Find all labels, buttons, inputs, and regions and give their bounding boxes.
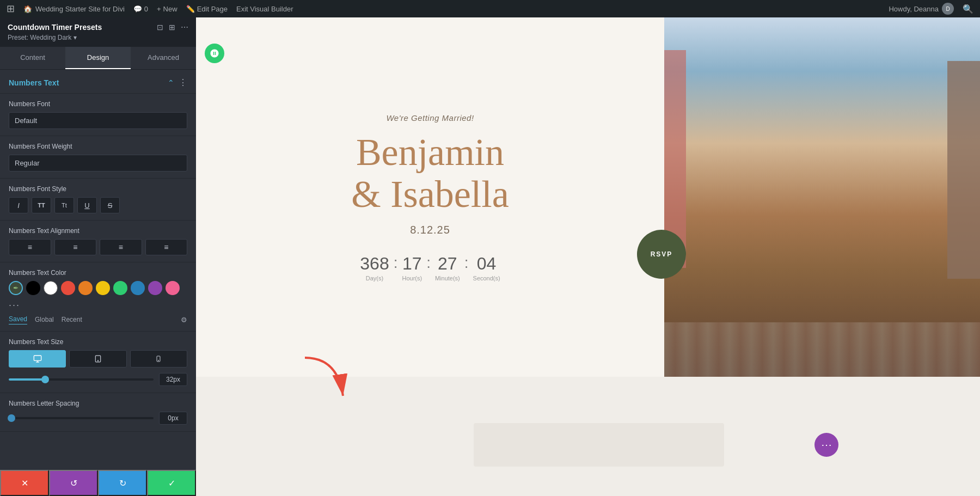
divi-module-icon[interactable] xyxy=(205,44,224,63)
sidebar-header: Countdown Timer Presets ⊡ ⊞ ⋯ Preset: We… xyxy=(0,17,196,47)
italic-button[interactable]: I xyxy=(9,197,28,213)
color-tab-saved[interactable]: Saved xyxy=(9,315,27,324)
align-right-button[interactable]: ≡ xyxy=(100,239,142,255)
color-swatch-blue[interactable] xyxy=(131,281,145,295)
bottom-action-bar: ✕ ↺ ↻ ✓ xyxy=(0,470,196,496)
days-value: 368 xyxy=(360,254,389,274)
hero-section: We're Getting Married! Benjamin & Isabel… xyxy=(196,17,980,377)
new-link[interactable]: + New xyxy=(157,5,177,13)
search-icon[interactable]: 🔍 xyxy=(963,4,973,14)
days-label: Day(s) xyxy=(360,275,389,281)
fab-button[interactable]: ⋯ xyxy=(814,433,838,457)
color-more-dots[interactable]: ··· xyxy=(9,299,20,311)
tab-advanced[interactable]: Advanced xyxy=(131,47,196,69)
settings-icon[interactable]: ⊡ xyxy=(157,23,163,32)
photo-background xyxy=(664,17,980,377)
seconds-label: Second(s) xyxy=(473,275,500,281)
align-left-button[interactable]: ≡ xyxy=(9,239,51,255)
desktop-button[interactable] xyxy=(9,350,66,368)
color-swatch-black[interactable] xyxy=(26,281,40,295)
countdown-days: 368 Day(s) xyxy=(360,254,389,281)
preset-selector[interactable]: Preset: Wedding Dark ▾ xyxy=(8,34,188,41)
color-more-row: ··· xyxy=(9,299,187,311)
spacing-slider-row xyxy=(9,412,187,425)
lower-content-box xyxy=(474,423,724,467)
strikethrough-button[interactable]: S xyxy=(100,197,120,213)
size-value-input[interactable] xyxy=(159,373,187,386)
minutes-label: Minute(s) xyxy=(435,275,460,281)
lower-section: ⋯ xyxy=(196,377,980,496)
comments-link[interactable]: 💬 0 xyxy=(133,5,148,13)
numbers-text-alignment-field: Numbers Text Alignment ≡ ≡ ≡ ≡ xyxy=(0,221,196,262)
sidebar-title: Countdown Timer Presets xyxy=(8,23,102,32)
color-swatches-row: ✒ xyxy=(9,281,187,295)
tablet-button[interactable] xyxy=(69,350,126,368)
section-options-icon[interactable]: ⋮ xyxy=(179,77,187,88)
hero-content: We're Getting Married! Benjamin & Isabel… xyxy=(351,113,509,281)
undo-button[interactable]: ↺ xyxy=(49,470,98,496)
spacing-slider-track[interactable] xyxy=(9,417,154,419)
sep-2: : xyxy=(426,254,431,272)
user-menu[interactable]: Howdy, Deanna D xyxy=(889,3,954,15)
eyedropper-swatch[interactable]: ✒ xyxy=(9,281,23,295)
tab-content[interactable]: Content xyxy=(0,47,65,69)
spacing-label: Numbers Letter Spacing xyxy=(9,400,187,407)
tab-design[interactable]: Design xyxy=(65,47,131,69)
countdown-timer: 368 Day(s) : 17 Hour(s) : 27 Minute(s) xyxy=(351,254,509,281)
redo-button[interactable]: ↻ xyxy=(98,470,147,496)
align-justify-button[interactable]: ≡ xyxy=(145,239,188,255)
font-select[interactable]: Default xyxy=(9,112,187,129)
numbers-font-style-field: Numbers Font Style I TT Tt U S xyxy=(0,179,196,221)
comment-icon: 💬 xyxy=(133,5,142,13)
layout-icon[interactable]: ⊞ xyxy=(169,23,175,32)
minutes-value: 27 xyxy=(435,254,460,274)
svg-point-2 xyxy=(97,360,98,361)
color-swatch-red[interactable] xyxy=(61,281,75,295)
hero-date: 8.12.25 xyxy=(351,224,509,236)
sep-3: : xyxy=(464,254,469,272)
collapse-icon[interactable]: ⌃ xyxy=(168,78,174,87)
font-style-label: Numbers Font Style xyxy=(9,185,187,193)
align-center-button[interactable]: ≡ xyxy=(54,239,97,255)
color-swatch-yellow[interactable] xyxy=(96,281,110,295)
underline-button[interactable]: U xyxy=(77,197,97,213)
hero-photo xyxy=(664,17,980,377)
canvas-area: We're Getting Married! Benjamin & Isabel… xyxy=(196,17,980,496)
color-swatch-orange[interactable] xyxy=(78,281,93,295)
hours-value: 17 xyxy=(402,254,422,274)
capitalize-button[interactable]: Tt xyxy=(54,197,74,213)
numbers-text-section-header: Numbers Text ⌃ ⋮ xyxy=(0,70,196,94)
plus-icon: + xyxy=(157,5,161,13)
sidebar-header-icons: ⊡ ⊞ ⋯ xyxy=(157,23,188,32)
uppercase-button[interactable]: TT xyxy=(32,197,51,213)
size-label: Numbers Text Size xyxy=(9,338,187,346)
font-weight-select[interactable]: Regular xyxy=(9,155,187,172)
color-swatch-pink[interactable] xyxy=(166,281,180,295)
site-link[interactable]: 🏠 Wedding Starter Site for Divi xyxy=(23,5,125,13)
more-icon[interactable]: ⋯ xyxy=(181,23,188,32)
exit-visual-builder-link[interactable]: Exit Visual Builder xyxy=(236,5,293,13)
chevron-down-icon: ▾ xyxy=(74,34,77,41)
plus-fab-icon: ⋯ xyxy=(821,438,832,451)
countdown-seconds: 04 Second(s) xyxy=(473,254,500,281)
color-swatch-green[interactable] xyxy=(113,281,127,295)
edit-page-link[interactable]: ✏️ Edit Page xyxy=(186,5,228,13)
alignment-label: Numbers Text Alignment xyxy=(9,227,187,235)
size-slider-track[interactable] xyxy=(9,378,154,381)
close-button[interactable]: ✕ xyxy=(0,470,49,496)
save-button[interactable]: ✓ xyxy=(147,470,196,496)
avatar: D xyxy=(942,3,954,15)
color-label: Numbers Text Color xyxy=(9,269,187,277)
color-settings-icon[interactable]: ⚙ xyxy=(181,316,187,324)
hero-names: Benjamin & Isabella xyxy=(351,131,509,215)
color-tab-global[interactable]: Global xyxy=(35,316,54,324)
edit-label: Edit Page xyxy=(197,5,228,13)
wordpress-icon[interactable]: ⊞ xyxy=(7,3,15,15)
color-tab-recent[interactable]: Recent xyxy=(62,316,82,324)
color-swatch-purple[interactable] xyxy=(148,281,162,295)
spacing-value-input[interactable] xyxy=(159,412,187,425)
comments-count: 0 xyxy=(144,5,148,13)
mobile-button[interactable] xyxy=(130,350,187,368)
rsvp-button[interactable]: RSVP xyxy=(637,230,686,279)
color-swatch-white[interactable] xyxy=(44,281,58,295)
